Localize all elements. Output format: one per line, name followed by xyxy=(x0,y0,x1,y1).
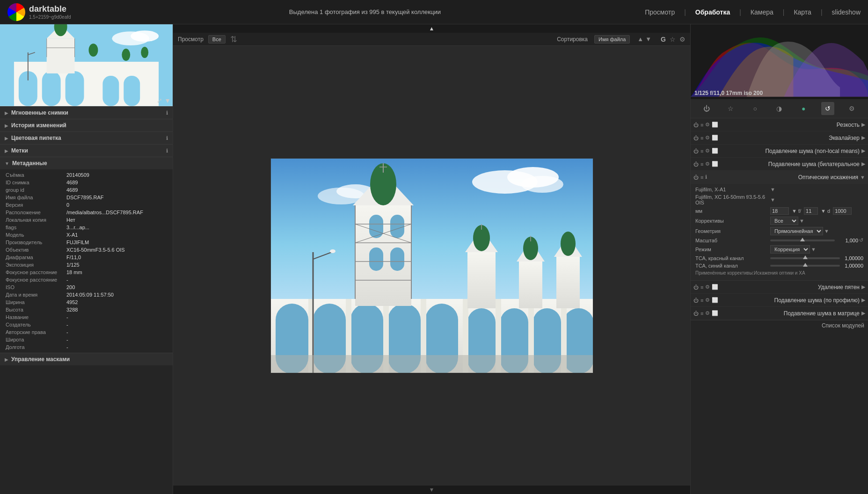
bilateral-copy-icon[interactable]: ⬜ xyxy=(712,161,718,167)
bottom-arrows[interactable]: ▼ xyxy=(173,486,690,494)
colorpicker-section[interactable]: ▶ Цветовая пипетка ℹ xyxy=(0,131,173,144)
bilateral-presets-icon[interactable]: ⚙ xyxy=(705,161,710,167)
masks-title: Управление масками xyxy=(11,356,168,363)
svg-point-14 xyxy=(122,49,130,61)
equalizer-power-icon[interactable]: ⏻ xyxy=(693,135,699,141)
nlmeans-expand-arrow[interactable]: ▶ xyxy=(861,148,865,154)
optical-info-icon[interactable]: ℹ xyxy=(705,174,707,180)
mode-dropdown-icon[interactable]: ▼ xyxy=(811,247,816,252)
spotremoval-expand-arrow[interactable]: ▶ xyxy=(861,284,865,290)
bilateral-power-icon[interactable]: ⏻ xyxy=(693,161,699,167)
tca-red-slider[interactable] xyxy=(770,257,840,259)
green-circle-tool-btn[interactable]: ● xyxy=(797,102,810,115)
tags-info-icon[interactable]: ℹ xyxy=(166,148,168,154)
optical-power-icon[interactable]: ⏻ xyxy=(693,174,699,180)
equalizer-expand-arrow[interactable]: ▶ xyxy=(861,135,865,141)
gear-tool-btn[interactable]: ⚙ xyxy=(846,102,859,115)
snapshots-section[interactable]: ▶ Мгновенные снимки ℹ xyxy=(0,106,173,119)
geometry-select[interactable]: Прямолинейная xyxy=(770,227,823,235)
lens-dropdown-icon[interactable]: ▼ xyxy=(770,197,775,203)
bilateral-expand-arrow[interactable]: ▶ xyxy=(861,161,865,167)
star-tool-btn[interactable]: ☆ xyxy=(724,102,737,115)
geometry-dropdown-icon[interactable]: ▼ xyxy=(824,228,829,234)
svg-rect-8 xyxy=(124,76,140,106)
equalizer-copy-icon[interactable]: ⬜ xyxy=(712,135,718,141)
rawdenoise-power-icon[interactable]: ⏻ xyxy=(693,311,699,316)
sharpness-power-icon[interactable]: ⏻ xyxy=(693,122,699,128)
optical-expand-arrow[interactable]: ▼ xyxy=(860,174,865,180)
sort-dropdown[interactable]: Имя файла xyxy=(594,35,630,44)
metadata-row: Версия0 xyxy=(4,201,169,209)
nlmeans-copy-icon[interactable]: ⬜ xyxy=(712,148,718,154)
nlmeans-menu-icon[interactable]: ≡ xyxy=(700,148,703,154)
sharpness-presets-icon[interactable]: ⚙ xyxy=(705,122,710,128)
tca-blue-slider[interactable] xyxy=(770,265,840,267)
center-panel: ▲ Просмотр Все ⇅ Сортировка Имя файла ▲ … xyxy=(173,24,690,494)
colorpicker-info-icon[interactable]: ℹ xyxy=(166,135,168,141)
google-icon[interactable]: G xyxy=(661,36,666,43)
tags-section[interactable]: ▶ Метки ℹ xyxy=(0,144,173,157)
sort-up-icon[interactable]: ▲ xyxy=(637,36,643,43)
spotremoval-power-icon[interactable]: ⏻ xyxy=(693,284,699,290)
spotremoval-copy-icon[interactable]: ⬜ xyxy=(712,284,718,290)
rawdenoise-menu-icon[interactable]: ≡ xyxy=(700,311,703,316)
circle-tool-btn[interactable]: ○ xyxy=(749,102,762,115)
spotremoval-menu-icon[interactable]: ≡ xyxy=(700,284,703,290)
denoise-profile-expand-arrow[interactable]: ▶ xyxy=(861,297,865,303)
spotremoval-presets-icon[interactable]: ⚙ xyxy=(705,284,710,290)
metadata-section-header[interactable]: ▼ Метаданные xyxy=(0,157,173,169)
settings-action-icon[interactable]: ⚙ xyxy=(679,36,686,43)
d-input[interactable] xyxy=(833,207,852,215)
nav-camera[interactable]: Камера xyxy=(751,8,773,16)
nav-slideshow[interactable]: slideshow xyxy=(832,8,861,16)
main-photo xyxy=(270,158,593,373)
meta-value: - xyxy=(65,276,169,283)
nav-darkroom[interactable]: Обработка xyxy=(695,8,730,16)
power-tool-btn[interactable]: ⏻ xyxy=(700,102,713,115)
camera-dropdown-icon[interactable]: ▼ xyxy=(770,187,775,192)
rawdenoise-presets-icon[interactable]: ⚙ xyxy=(705,310,710,316)
svg-point-72 xyxy=(561,232,576,256)
denoise-profile-copy-icon[interactable]: ⬜ xyxy=(712,297,718,303)
nav-map[interactable]: Карта xyxy=(794,8,811,16)
sharpness-menu-icon[interactable]: ≡ xyxy=(700,122,703,128)
center-top-arrow[interactable]: ▲ xyxy=(173,24,690,33)
mm-input[interactable] xyxy=(770,207,789,215)
nav-preview[interactable]: Просмотр xyxy=(645,8,675,16)
equalizer-presets-icon[interactable]: ⚙ xyxy=(705,135,710,141)
bilateral-module-name: Подавление шума (билатеральное xyxy=(722,161,860,167)
geometry-label: Геометрия xyxy=(695,228,770,234)
bilateral-menu-icon[interactable]: ≡ xyxy=(700,161,703,167)
star-action-icon[interactable]: ☆ xyxy=(670,36,676,43)
view-arrows[interactable]: ⇅ xyxy=(230,35,237,44)
history-section[interactable]: ▶ История изменений xyxy=(0,119,173,131)
rawdenoise-expand-arrow[interactable]: ▶ xyxy=(861,310,865,316)
scale-slider[interactable] xyxy=(770,240,835,241)
logo-area: darktable 1.5+2159~g9d0eafd xyxy=(7,3,71,21)
expand-button[interactable]: ⤢ ▼ xyxy=(157,97,171,104)
denoise-profile-menu-icon[interactable]: ≡ xyxy=(700,298,703,303)
denoise-profile-presets-icon[interactable]: ⚙ xyxy=(705,297,710,303)
masks-section[interactable]: ▶ Управление масками xyxy=(0,353,173,365)
sort-down-icon[interactable]: ▼ xyxy=(645,36,651,43)
rawdenoise-copy-icon[interactable]: ⬜ xyxy=(712,310,718,316)
rotate-tool-btn[interactable]: ↺ xyxy=(821,102,834,115)
halfcircle-tool-btn[interactable]: ◑ xyxy=(773,102,786,115)
mode-select[interactable]: Коррекция xyxy=(770,245,810,254)
f-input[interactable] xyxy=(804,207,818,215)
corrections-select[interactable]: Все xyxy=(770,217,798,225)
module-list-button[interactable]: Список модулей xyxy=(691,320,868,331)
corrections-dropdown-icon[interactable]: ▼ xyxy=(799,218,804,224)
optical-menu-icon[interactable]: ≡ xyxy=(700,174,703,180)
nlmeans-power-icon[interactable]: ⏻ xyxy=(693,148,699,154)
view-dropdown[interactable]: Все xyxy=(208,35,226,44)
scale-reset-icon[interactable]: ↺ xyxy=(859,237,863,243)
snapshots-info-icon[interactable]: ℹ xyxy=(166,110,168,116)
sharpness-copy-icon[interactable]: ⬜ xyxy=(712,122,718,128)
nlmeans-presets-icon[interactable]: ⚙ xyxy=(705,148,710,154)
tca-blue-label: ТСА, синий канал xyxy=(695,263,770,269)
equalizer-menu-icon[interactable]: ≡ xyxy=(700,135,703,141)
svg-rect-70 xyxy=(556,257,580,308)
denoise-profile-power-icon[interactable]: ⏻ xyxy=(693,298,699,303)
sharpness-expand-arrow[interactable]: ▶ xyxy=(861,122,865,128)
